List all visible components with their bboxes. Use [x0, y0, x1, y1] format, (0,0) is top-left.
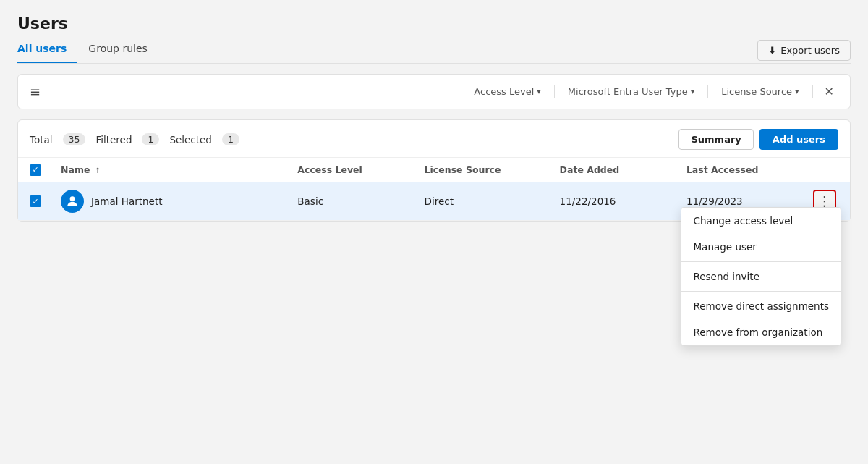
- menu-item-remove-direct-assignments[interactable]: Remove direct assignments: [681, 293, 841, 319]
- filtered-label: Filtered: [95, 134, 132, 145]
- total-badge: 35: [63, 133, 86, 145]
- entra-user-type-chevron-icon: ▾: [691, 87, 695, 96]
- user-name: Jamal Hartnett: [91, 195, 162, 207]
- tab-all-users[interactable]: All users: [17, 37, 77, 63]
- context-menu-divider-2: [681, 291, 841, 292]
- table-header-row: Name ↑ Access Level License Source Date …: [18, 158, 850, 182]
- context-menu: Change access level Manage user Resend i…: [681, 207, 841, 346]
- menu-item-resend-invite[interactable]: Resend invite: [681, 263, 841, 290]
- menu-item-change-access-level[interactable]: Change access level: [681, 208, 841, 234]
- add-users-button[interactable]: Add users: [760, 129, 838, 150]
- col-name: Name ↑: [54, 158, 290, 182]
- table-section: Total 35 Filtered 1 Selected 1 Summary A…: [17, 119, 851, 222]
- col-actions: [806, 158, 850, 182]
- menu-item-remove-from-organization[interactable]: Remove from organization: [681, 319, 841, 345]
- page-wrapper: Users All users Group rules ⬇ Export use…: [0, 0, 868, 464]
- tabs-bar: All users Group rules ⬇ Export users: [17, 37, 851, 64]
- header-checkbox[interactable]: [30, 164, 41, 176]
- table-header-bar: Total 35 Filtered 1 Selected 1 Summary A…: [18, 120, 850, 158]
- avatar: [61, 190, 84, 213]
- export-users-button[interactable]: ⬇ Export users: [757, 40, 851, 61]
- col-date-added: Date Added: [553, 158, 679, 182]
- filter-access-level[interactable]: Access Level ▾: [468, 83, 546, 100]
- col-last-accessed: Last Accessed: [679, 158, 806, 182]
- entra-user-type-label: Microsoft Entra User Type: [568, 86, 688, 97]
- row-name-cell: Jamal Hartnett: [54, 182, 290, 220]
- col-license-source: License Source: [417, 158, 553, 182]
- access-level-chevron-icon: ▾: [537, 87, 541, 96]
- filtered-badge: 1: [142, 133, 159, 145]
- filter-entra-user-type[interactable]: Microsoft Entra User Type ▾: [562, 83, 700, 100]
- user-name-cell: Jamal Hartnett: [61, 190, 283, 213]
- filter-bar-left: ≡: [30, 84, 41, 99]
- total-label: Total: [30, 134, 53, 145]
- table-stats: Total 35 Filtered 1 Selected 1: [30, 133, 239, 145]
- selected-label: Selected: [169, 134, 212, 145]
- col-name-label: Name: [61, 164, 90, 175]
- row-checkbox[interactable]: [30, 195, 41, 207]
- row-license-source: Direct: [417, 182, 553, 220]
- tabs-left: All users Group rules: [17, 37, 169, 63]
- name-sort-icon: ↑: [95, 166, 101, 174]
- col-checkbox: [18, 158, 54, 182]
- filter-divider-1: [554, 85, 555, 98]
- tab-group-rules[interactable]: Group rules: [88, 37, 158, 63]
- export-icon: ⬇: [768, 45, 776, 56]
- license-source-chevron-icon: ▾: [795, 87, 799, 96]
- filter-divider-3: [812, 85, 813, 98]
- row-access-level: Basic: [290, 182, 417, 220]
- page-title: Users: [17, 14, 851, 33]
- col-access-level: Access Level: [290, 158, 417, 182]
- svg-point-0: [70, 196, 75, 201]
- context-menu-divider-1: [681, 261, 841, 262]
- summary-button[interactable]: Summary: [678, 129, 753, 150]
- row-checkbox-cell: [18, 182, 54, 220]
- hamburger-icon[interactable]: ≡: [30, 84, 41, 99]
- license-source-label: License Source: [721, 86, 792, 97]
- filter-close-icon[interactable]: ✕: [820, 82, 838, 101]
- row-date-added: 11/22/2016: [553, 182, 679, 220]
- filter-bar-right: Access Level ▾ Microsoft Entra User Type…: [468, 82, 838, 101]
- selected-badge: 1: [222, 133, 239, 145]
- filter-divider-2: [707, 85, 708, 98]
- access-level-label: Access Level: [474, 86, 534, 97]
- export-label: Export users: [780, 45, 840, 56]
- table-actions: Summary Add users: [678, 129, 838, 150]
- menu-item-manage-user[interactable]: Manage user: [681, 234, 841, 260]
- filter-bar: ≡ Access Level ▾ Microsoft Entra User Ty…: [17, 74, 851, 109]
- filter-license-source[interactable]: License Source ▾: [715, 83, 804, 100]
